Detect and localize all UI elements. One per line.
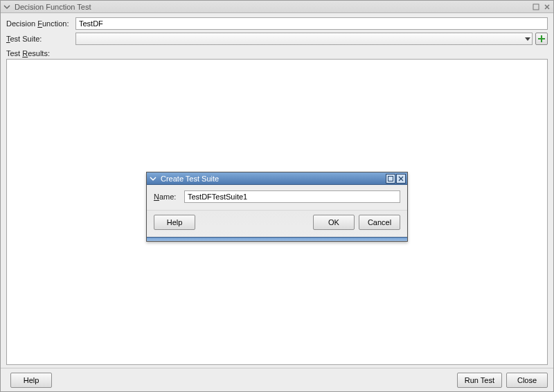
decision-function-input[interactable] — [75, 17, 548, 30]
chevron-down-icon — [525, 37, 530, 41]
name-row: Name: — [154, 190, 400, 203]
svg-rect-2 — [538, 38, 545, 39]
dialog-titlebar[interactable]: Create Test Suite — [147, 172, 407, 185]
dialog-maximize-icon[interactable] — [386, 174, 395, 184]
window-footer: Help Run Test Close — [1, 368, 553, 391]
close-button[interactable]: Close — [506, 373, 548, 388]
create-test-suite-dialog: Create Test Suite Name: Help OK Cancel — [146, 172, 408, 242]
test-suite-row: Test Suite: — [6, 33, 548, 45]
dialog-bottom-accent — [147, 237, 407, 241]
dialog-title: Create Test Suite — [161, 175, 386, 183]
window-title: Decision Function Test — [15, 3, 531, 11]
name-input[interactable] — [184, 190, 400, 203]
decision-function-row: Decision Function: — [6, 17, 548, 30]
test-results-label: Test Results: — [6, 49, 548, 57]
svg-rect-0 — [533, 4, 539, 10]
add-test-suite-button[interactable] — [535, 33, 548, 45]
run-test-button[interactable]: Run Test — [457, 373, 502, 388]
titlebar[interactable]: Decision Function Test — [1, 1, 553, 13]
dialog-close-icon[interactable] — [396, 174, 406, 184]
dialog-body: Name: — [147, 185, 407, 210]
help-button[interactable]: Help — [10, 373, 52, 388]
test-suite-label: Test Suite: — [6, 35, 75, 43]
window-menu-icon[interactable] — [2, 2, 12, 12]
cancel-button[interactable]: Cancel — [359, 215, 400, 230]
svg-rect-3 — [388, 176, 393, 181]
dialog-menu-icon[interactable] — [148, 174, 158, 184]
maximize-icon[interactable] — [531, 2, 541, 12]
close-icon[interactable] — [542, 2, 552, 12]
dialog-footer: Help OK Cancel — [147, 210, 407, 237]
ok-button[interactable]: OK — [313, 215, 355, 230]
test-suite-combo[interactable] — [75, 33, 533, 45]
plus-icon — [537, 35, 546, 43]
name-label: Name: — [154, 193, 184, 201]
decision-function-label: Decision Function: — [6, 19, 75, 28]
dialog-help-button[interactable]: Help — [154, 215, 195, 230]
